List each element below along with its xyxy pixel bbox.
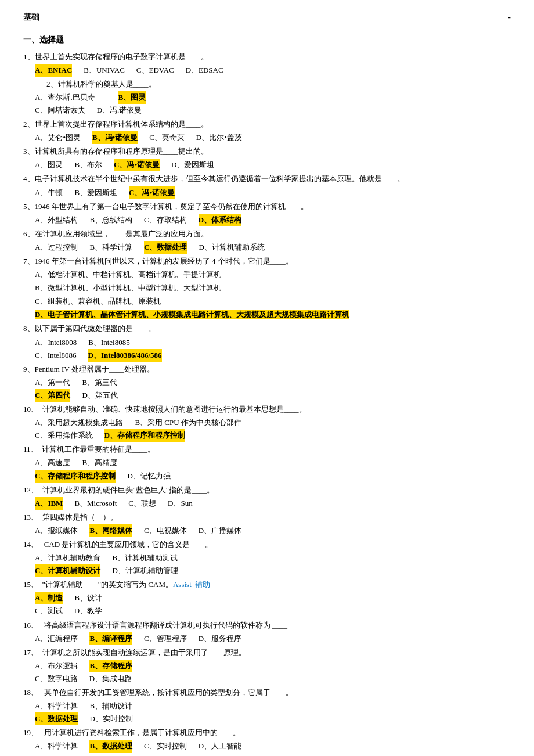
option-1a: A、ENIAC: [35, 64, 72, 77]
opt-15c: C、测试: [35, 604, 63, 617]
page-container: 基础 - 一、选择题 1、世界上首先实现存储程序的电子数字计算机是____。 A…: [23, 10, 511, 756]
opt-6b: B、科学计算: [89, 241, 132, 254]
opt-5a: A、外型结构: [35, 214, 78, 226]
question-9: 9、Pentium IV 处理器属于____处理器。 A、第一代 B、第三代 C…: [23, 363, 511, 402]
opt-16a: A、汇编程序: [35, 632, 78, 645]
question-11: 11、 计算机工作最重要的特征是____。 A、高速度 B、高精度 C、存储程序…: [23, 443, 511, 482]
opt-16c: C、管理程序: [144, 632, 187, 645]
opt-16b: B、编译程序: [89, 632, 132, 645]
opt-8a: A、Intel8008: [35, 336, 77, 349]
opt-12c: C、联想: [128, 497, 156, 510]
opt-5b: B、总线结构: [89, 214, 132, 226]
opt-15a: A、制造: [35, 592, 63, 604]
opt-10b: B、采用 CPU 作为中央核心部件: [135, 416, 241, 429]
opt-18d: D、实时控制: [89, 712, 132, 725]
opt-2ma: A、艾仑•图灵: [35, 131, 81, 144]
opt-9d: D、第五代: [82, 389, 117, 402]
opt-6c: C、数据处理: [144, 241, 187, 254]
opt-11c: C、存储程序和程序控制: [35, 470, 116, 483]
opt-19c: C、实时控制: [144, 740, 187, 753]
question-12: 12、 计算机业界最初的硬件巨头"蓝色巨人"指的是____。 A、IBM B、M…: [23, 484, 511, 510]
opt-15d: D、教学: [74, 604, 102, 617]
option-1c: C、EDVAC: [136, 64, 174, 77]
option-1d: D、EDSAC: [186, 64, 223, 77]
opt-13c: C、电视媒体: [144, 524, 187, 537]
opt-4a: A、牛顿: [35, 186, 63, 199]
question-2main: 2、世界上首次提出存储程序计算机体系结构的是____。 A、艾仑•图灵 B、冯•…: [23, 118, 511, 144]
opt-13d: D、广播媒体: [199, 524, 241, 537]
opt-12a: A、IBM: [35, 497, 63, 510]
opt-12b: B、Microsoft: [74, 497, 117, 510]
opt-9a: A、第一代: [35, 376, 70, 389]
opt-9c: C、第四代: [35, 389, 70, 402]
opt-17a: A、布尔逻辑: [35, 660, 78, 672]
question-7: 7、1946 年第一台计算机问世以来，计算机的发展经历了 4 个时代，它们是__…: [23, 255, 511, 321]
opt-3d: D、爱因斯坦: [171, 159, 214, 171]
opt-8b: B、Intel8085: [88, 336, 130, 349]
opt-11b: B、高精度: [82, 456, 117, 469]
opt-17d: D、集成电路: [89, 672, 132, 685]
question-4: 4、电子计算机技术在半个世纪中虽有很大进步，但至今其运行仍遵循着一位科学家提出的…: [23, 172, 511, 199]
opt-13a: A、报纸媒体: [35, 524, 78, 537]
opt-11a: A、高速度: [35, 456, 70, 469]
opt-10c: C、采用操作系统: [35, 429, 93, 442]
opt-10a: A、采用超大规模集成电路: [35, 416, 123, 429]
question-2: 2、计算机科学的奠基人是____。 A、查尔斯.巴贝奇 B、图灵 C、阿塔诺索夫…: [23, 78, 511, 117]
option-2d: D、冯.诺依曼: [97, 104, 142, 117]
opt-4c: C、冯•诺依曼: [129, 186, 175, 199]
question-5: 5、1946 年世界上有了第一台电子数字计算机，奠定了至今仍然在使用的计算机__…: [23, 200, 511, 226]
opt-10d: D、存储程序和程序控制: [104, 429, 185, 442]
opt-19d: D、人工智能: [199, 740, 241, 753]
question-16: 16、 将高级语言程序设计语言源程序翻译成计算机可执行代码的软件称为 ____ …: [23, 619, 511, 645]
section-title: 一、选择题: [23, 33, 511, 47]
question-8: 8、以下属于第四代微处理器的是____。 A、Intel8008 B、Intel…: [23, 322, 511, 361]
opt-2md: D、比尔•盖茨: [196, 131, 242, 144]
question-10: 10、 计算机能够自动、准确、快速地按照人们的意图进行运行的最基本思想是____…: [23, 403, 511, 442]
opt-3c: C、冯•诺依曼: [114, 159, 160, 171]
opt-2mb: B、冯•诺依曼: [92, 131, 138, 144]
question-17: 17、 计算机之所以能实现自动连续运算，是由于采用了____原理。 A、布尔逻辑…: [23, 646, 511, 685]
opt-6a: A、过程控制: [35, 241, 78, 254]
opt-12d: D、Sun: [168, 497, 193, 510]
opt-16d: D、服务程序: [199, 632, 241, 645]
opt-3b: B、布尔: [74, 159, 102, 171]
question-13: 13、 第四媒体是指（ ）。 A、报纸媒体 B、网络媒体 C、电视媒体 D、广播…: [23, 511, 511, 537]
opt-9b: B、第三代: [82, 376, 117, 389]
opt-5c: C、存取结构: [144, 214, 187, 226]
opt-5d: D、体系结构: [199, 214, 241, 226]
opt-19a: A、科学计算: [35, 740, 78, 753]
option-2b: B、图灵: [118, 91, 146, 104]
opt-3a: A、图灵: [35, 159, 63, 171]
opt-8c: C、Intel8086: [35, 349, 77, 362]
opt-14a: A、计算机辅助教育: [35, 552, 100, 564]
question-15: 15、 "计算机辅助____"的英文缩写为 CAM。Assist 辅助 A、制造…: [23, 578, 511, 617]
opt-15b: B、设计: [74, 592, 102, 604]
opt-14b: B、计算机辅助测试: [112, 552, 178, 564]
opt-19b: B、数据处理: [89, 740, 132, 753]
opt-13b: B、网络媒体: [89, 524, 132, 537]
option-2c: C、阿塔诺索夫: [35, 104, 85, 117]
opt-17c: C、数字电路: [35, 672, 78, 685]
opt-6d: D、计算机辅助系统: [199, 241, 264, 254]
question-6: 6、在计算机应用领域里，____是其最广泛的应用方面。 A、过程控制 B、科学计…: [23, 228, 511, 254]
opt-2mc: C、莫奇莱: [149, 131, 185, 144]
opt-4b: B、爱因斯坦: [74, 186, 117, 199]
question-19: 19、 用计算机进行资料检索工作，是属于计算机应用中的____。 A、科学计算 …: [23, 726, 511, 753]
opt-14c: C、计算机辅助设计: [35, 564, 100, 577]
opt-18c: C、数据处理: [35, 712, 78, 725]
question-20: 20、 结构化程序设计的三种基本控制结构是____。 A、顺序、选择和转向 B、…: [23, 754, 511, 756]
question-3: 3、计算机所具有的存储程序和程序原理是____提出的。 A、图灵 B、布尔 C、…: [23, 145, 511, 171]
opt-18a: A、科学计算: [35, 700, 78, 712]
question-1: 1、世界上首先实现存储程序的电子数字计算机是____。 A、ENIAC B、UN…: [23, 51, 511, 77]
opt-14d: D、计算机辅助管理: [112, 564, 178, 577]
option-1b: B、UNIVAC: [84, 64, 125, 77]
opt-17b: B、存储程序: [89, 660, 132, 672]
question-14: 14、 CAD 是计算机的主要应用领域，它的含义是____。 A、计算机辅助教育…: [23, 538, 511, 577]
opt-8d: D、Intel80386/486/586: [88, 349, 162, 362]
question-18: 18、 某单位自行开发的工资管理系统，按计算机应用的类型划分，它属于____。 …: [23, 686, 511, 725]
opt-18b: B、辅助设计: [89, 700, 132, 712]
option-2a: A、查尔斯.巴贝奇: [35, 91, 95, 104]
opt-11d: D、记忆力强: [127, 470, 170, 483]
page-title: 基础 -: [23, 10, 511, 27]
